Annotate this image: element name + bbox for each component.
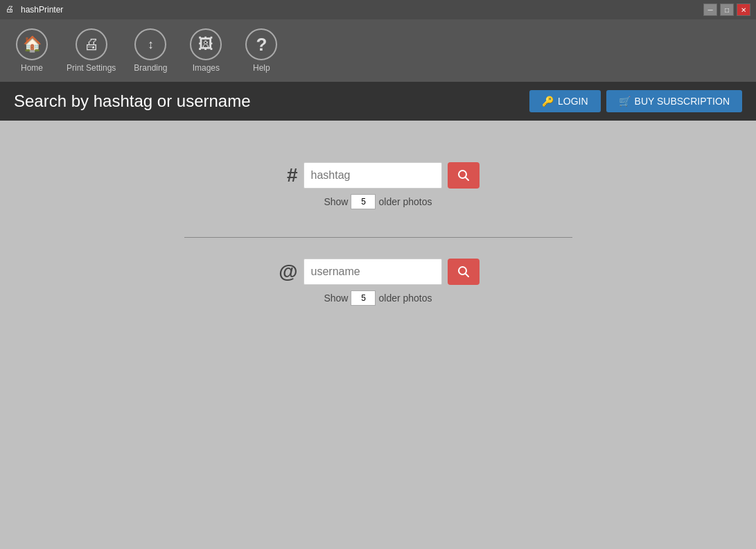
- username-search-section: @ Show older photos: [277, 259, 480, 306]
- help-icon: ?: [245, 28, 277, 60]
- username-prefix: @: [277, 261, 298, 283]
- images-label: Images: [193, 63, 220, 73]
- hashtag-show-label-after: older photos: [378, 196, 432, 207]
- cart-icon: 🛒: [619, 96, 631, 107]
- subscription-label: BUY SUBSCRIPTION: [635, 96, 730, 107]
- home-icon: 🏠: [16, 28, 48, 60]
- window-chrome: 🖨 hashPrinter ─ □ ✕: [0, 0, 756, 19]
- toolbar: 🏠 Home 🖨 Print Settings ↕ Branding 🖼 Ima…: [0, 19, 756, 82]
- toolbar-item-images[interactable]: 🖼 Images: [185, 28, 227, 73]
- header-title: Search by hashtag or username: [14, 92, 251, 111]
- hashtag-search-section: # Show older photos: [277, 162, 480, 209]
- hashtag-input[interactable]: [304, 162, 442, 189]
- username-show-label-before: Show: [324, 293, 348, 304]
- help-label: Help: [253, 63, 270, 73]
- window-title-text: hashPrinter: [21, 5, 63, 15]
- maximize-button[interactable]: □: [720, 3, 734, 16]
- login-button[interactable]: 🔑 LOGIN: [529, 90, 601, 112]
- header-bar: Search by hashtag or username 🔑 LOGIN 🛒 …: [0, 82, 756, 121]
- toolbar-item-branding[interactable]: ↕ Branding: [130, 28, 171, 73]
- hashtag-show-count[interactable]: [351, 194, 376, 209]
- username-show-label-after: older photos: [378, 293, 432, 304]
- header-buttons: 🔑 LOGIN 🛒 BUY SUBSCRIPTION: [529, 90, 742, 112]
- hashtag-show-row: Show older photos: [324, 194, 432, 209]
- branding-label: Branding: [134, 63, 167, 73]
- hashtag-show-label-before: Show: [324, 196, 348, 207]
- subscription-button[interactable]: 🛒 BUY SUBSCRIPTION: [606, 90, 742, 112]
- login-icon: 🔑: [542, 96, 554, 107]
- print-icon: 🖨: [76, 28, 107, 60]
- username-search-row: @: [277, 259, 480, 285]
- window-title: 🖨 hashPrinter: [6, 4, 63, 15]
- search-icon: [457, 169, 470, 182]
- login-label: LOGIN: [558, 96, 588, 107]
- svg-line-3: [465, 274, 468, 277]
- username-show-row: Show older photos: [324, 290, 432, 306]
- svg-line-1: [465, 177, 468, 181]
- minimize-button[interactable]: ─: [703, 3, 717, 16]
- hashtag-prefix: #: [277, 164, 298, 186]
- main-content: # Show older photos @: [0, 121, 756, 549]
- section-divider: [184, 237, 572, 238]
- search-icon: [457, 265, 470, 278]
- hashtag-search-row: #: [277, 162, 480, 189]
- home-label: Home: [21, 63, 43, 73]
- app-icon: 🖨: [6, 4, 17, 15]
- window-controls[interactable]: ─ □ ✕: [703, 3, 750, 16]
- branding-icon: ↕: [134, 28, 166, 60]
- username-show-count[interactable]: [351, 290, 376, 306]
- images-icon: 🖼: [190, 28, 222, 60]
- username-input[interactable]: [304, 259, 442, 285]
- toolbar-item-print-settings[interactable]: 🖨 Print Settings: [67, 28, 116, 73]
- toolbar-item-help[interactable]: ? Help: [240, 28, 282, 73]
- close-button[interactable]: ✕: [737, 3, 750, 16]
- username-search-button[interactable]: [448, 259, 480, 285]
- toolbar-item-home[interactable]: 🏠 Home: [11, 28, 53, 73]
- print-settings-label: Print Settings: [67, 63, 116, 73]
- hashtag-search-button[interactable]: [448, 162, 480, 189]
